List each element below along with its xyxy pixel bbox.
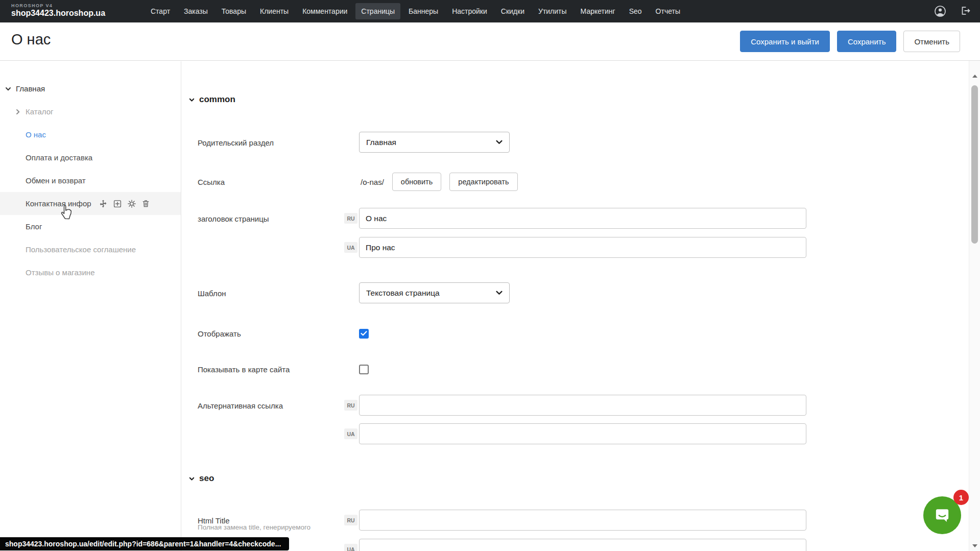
sitemap-label: Показывать в карте сайта [198,365,290,374]
brand-logo[interactable]: HOROSHOP V4 shop34423.horoshop.ua [11,3,105,18]
section-common-label: common [199,94,235,105]
chevron-down-icon [496,140,503,145]
tree-item-hover-actions [99,199,150,208]
parent-section-value: Главная [366,138,396,147]
menu-item-start[interactable]: Старт [145,3,176,19]
section-seo-toggle[interactable]: seo [189,473,214,484]
link-refresh-button[interactable]: обновить [392,173,441,191]
page-title-ru-input[interactable] [359,208,806,229]
chevron-down-icon [496,291,503,295]
vertical-scrollbar[interactable] [969,61,980,551]
tree-item-contact-info-hovered[interactable]: Контактная инфор [0,192,181,215]
alt-link-ua-input[interactable] [359,423,806,444]
tree-item-label: Отзывы о магазине [26,268,94,277]
scrollbar-up-arrow[interactable] [972,75,977,78]
page-edit-form: common Родительский раздел Главная Ссылк… [182,61,969,551]
tree-item-label: Оплата и доставка [26,153,92,162]
tree-item-user-agreement[interactable]: Пользовательское соглашение [0,238,181,261]
field-parent-section: Родительский раздел Главная [182,132,969,153]
menu-item-settings[interactable]: Настройки [446,3,493,19]
html-title-ru-input[interactable] [359,510,806,531]
parent-section-select[interactable]: Главная [359,132,510,153]
field-page-title-ua: UA [182,237,969,258]
field-alt-link-ua: UA [182,423,969,444]
chevron-right-icon[interactable] [15,109,21,115]
cancel-button[interactable]: Отменить [903,31,960,52]
tree-item-label: Контактная инфор [26,199,91,208]
field-html-title-ua: UA [182,539,969,551]
menu-item-seo[interactable]: Seo [624,3,648,19]
menu-item-clients[interactable]: Клиенты [254,3,294,19]
tree-item-blog[interactable]: Блог [0,215,181,238]
link-label: Ссылка [198,178,225,186]
parent-section-label: Родительский раздел [198,138,274,147]
account-icon[interactable] [934,5,946,17]
lang-badge-ru: RU [344,213,357,224]
settings-icon[interactable] [127,199,136,208]
lang-badge-ru: RU [344,515,357,525]
menu-item-products[interactable]: Товары [216,3,252,19]
lang-badge-ua: UA [344,544,357,551]
header-buttons: Сохранить и выйти Сохранить Отменить [740,31,960,52]
tree-item-label: Пользовательское соглашение [26,245,136,254]
page-title-ua-input[interactable] [359,237,806,258]
page-header: О нас Сохранить и выйти Сохранить Отмени… [0,22,980,61]
menu-item-pages[interactable]: Страницы [355,3,400,19]
move-icon[interactable] [99,199,108,208]
link-edit-button[interactable]: редактировать [449,173,517,191]
template-select[interactable]: Текстовая страница [359,282,510,303]
delete-icon[interactable] [141,199,150,208]
chat-bubble-icon [932,505,952,525]
menu-item-utilities[interactable]: Утилиты [533,3,572,19]
topbar-actions [934,0,972,22]
logout-icon[interactable] [960,5,972,17]
menu-item-reports[interactable]: Отчеты [650,3,686,19]
tree-item-payment-delivery[interactable]: Оплата и доставка [0,146,181,169]
html-title-hint: Полная замена title, генерируемого [198,523,310,531]
tree-item-catalog[interactable]: Каталог [0,100,181,123]
menu-item-orders[interactable]: Заказы [178,3,213,19]
save-and-exit-button[interactable]: Сохранить и выйти [740,31,830,52]
check-icon [361,331,367,336]
field-alt-link-ru: Альтернативная ссылка RU [182,395,969,416]
display-checkbox-checked[interactable] [359,329,369,339]
chevron-down-icon[interactable] [5,86,11,92]
display-label: Отображать [198,329,241,338]
main-menu: Старт Заказы Товары Клиенты Комментарии … [145,0,686,22]
status-url-tooltip: shop34423.horoshop.ua/edit/edit.php?id=6… [0,537,289,550]
link-value: /o-nas/ [361,178,384,186]
html-title-ua-input[interactable] [359,539,806,551]
section-common-toggle[interactable]: common [189,94,235,105]
tree-item-about-selected[interactable]: О нас [0,123,181,146]
chevron-down-icon [189,97,195,103]
template-label: Шаблон [198,289,226,297]
menu-item-banners[interactable]: Баннеры [403,3,444,19]
add-icon[interactable] [113,199,122,208]
brand-version: HOROSHOP V4 [11,3,105,8]
save-button[interactable]: Сохранить [837,31,897,52]
page-title: О нас [11,31,51,48]
menu-item-comments[interactable]: Комментарии [297,3,353,19]
template-value: Текстовая страница [366,289,440,298]
field-template: Шаблон Текстовая страница [182,282,969,303]
chat-notification-badge: 1 [953,490,969,505]
tree-item-home[interactable]: Главная [0,77,181,100]
sitemap-checkbox-unchecked[interactable] [359,365,369,374]
field-link: Ссылка /o-nas/ обновить редактировать [182,173,969,191]
tree-item-label: Главная [16,84,45,93]
alt-link-label: Альтернативная ссылка [198,401,283,410]
tree-item-label: Обмен и возврат [26,176,86,185]
menu-item-discounts[interactable]: Скидки [495,3,530,19]
menu-item-marketing[interactable]: Маркетинг [575,3,621,19]
scrollbar-down-arrow[interactable] [972,544,977,547]
tree-item-label: Блог [26,222,42,231]
pages-tree-sidebar: Главная Каталог О нас Оплата и доставка … [0,61,181,551]
alt-link-ru-input[interactable] [359,395,806,416]
tree-item-store-reviews[interactable]: Отзывы о магазине [0,261,181,284]
scrollbar-thumb[interactable] [971,85,978,244]
lang-badge-ua: UA [344,242,357,253]
tree-item-exchange-return[interactable]: Обмен и возврат [0,169,181,192]
lang-badge-ru: RU [344,400,357,411]
tree-item-label: Каталог [26,107,54,116]
page-title-field-label: заголовок страницы [198,214,269,223]
